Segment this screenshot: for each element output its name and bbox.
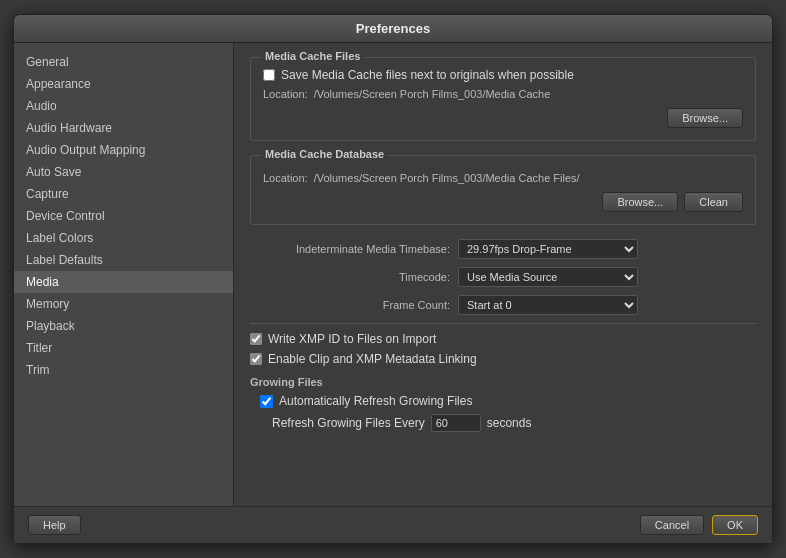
cache-files-browse-row: Browse... bbox=[263, 108, 743, 128]
dialog-footer: Help Cancel OK bbox=[14, 506, 772, 543]
cache-files-location-path: /Volumes/Screen Porch Films_003/Media Ca… bbox=[314, 88, 551, 100]
media-cache-files-label: Media Cache Files bbox=[261, 50, 364, 62]
cancel-button[interactable]: Cancel bbox=[640, 515, 704, 535]
sidebar-item-titler[interactable]: Titler bbox=[14, 337, 233, 359]
frame-count-select[interactable]: Start at 0Start at 1 bbox=[458, 295, 638, 315]
main-content: Media Cache Files Save Media Cache files… bbox=[234, 43, 772, 506]
frame-count-row: Frame Count: Start at 0Start at 1 bbox=[250, 295, 756, 315]
sidebar-item-memory[interactable]: Memory bbox=[14, 293, 233, 315]
growing-files-title: Growing Files bbox=[250, 376, 756, 388]
sidebar-item-auto-save[interactable]: Auto Save bbox=[14, 161, 233, 183]
refresh-seconds-input[interactable] bbox=[431, 414, 481, 432]
cache-db-location-label: Location: bbox=[263, 172, 308, 184]
sidebar-item-media[interactable]: Media bbox=[14, 271, 233, 293]
sidebar: GeneralAppearanceAudioAudio HardwareAudi… bbox=[14, 43, 234, 506]
dialog-title: Preferences bbox=[14, 15, 772, 43]
sidebar-item-label-colors[interactable]: Label Colors bbox=[14, 227, 233, 249]
sidebar-item-device-control[interactable]: Device Control bbox=[14, 205, 233, 227]
auto-refresh-row: Automatically Refresh Growing Files bbox=[250, 394, 756, 408]
sidebar-item-appearance[interactable]: Appearance bbox=[14, 73, 233, 95]
divider bbox=[250, 323, 756, 324]
cache-db-location-row: Location: /Volumes/Screen Porch Films_00… bbox=[263, 172, 743, 184]
refresh-seconds-label: seconds bbox=[487, 416, 532, 430]
save-cache-checkbox-row: Save Media Cache files next to originals… bbox=[263, 68, 743, 82]
sidebar-item-trim[interactable]: Trim bbox=[14, 359, 233, 381]
auto-refresh-checkbox[interactable] bbox=[260, 395, 273, 408]
write-xmp-checkbox[interactable] bbox=[250, 333, 262, 345]
media-cache-files-section: Media Cache Files Save Media Cache files… bbox=[250, 57, 756, 141]
media-cache-database-section: Media Cache Database Location: /Volumes/… bbox=[250, 155, 756, 225]
sidebar-item-label-defaults[interactable]: Label Defaults bbox=[14, 249, 233, 271]
sidebar-item-audio[interactable]: Audio bbox=[14, 95, 233, 117]
refresh-every-row: Refresh Growing Files Every seconds bbox=[250, 414, 756, 432]
timebase-row: Indeterminate Media Timebase: 23.976fps2… bbox=[250, 239, 756, 259]
cache-db-browse-clean-row: Browse... Clean bbox=[263, 192, 743, 212]
dialog-body: GeneralAppearanceAudioAudio HardwareAudi… bbox=[14, 43, 772, 506]
cache-files-browse-button[interactable]: Browse... bbox=[667, 108, 743, 128]
write-xmp-row: Write XMP ID to Files on Import bbox=[250, 332, 756, 346]
sidebar-item-general[interactable]: General bbox=[14, 51, 233, 73]
clip-xmp-row: Enable Clip and XMP Metadata Linking bbox=[250, 352, 756, 366]
sidebar-item-playback[interactable]: Playback bbox=[14, 315, 233, 337]
timecode-select[interactable]: Use Media Source00:00:00:00 bbox=[458, 267, 638, 287]
save-cache-label: Save Media Cache files next to originals… bbox=[281, 68, 574, 82]
timecode-row: Timecode: Use Media Source00:00:00:00 bbox=[250, 267, 756, 287]
write-xmp-label: Write XMP ID to Files on Import bbox=[268, 332, 436, 346]
preferences-dialog: Preferences GeneralAppearanceAudioAudio … bbox=[13, 14, 773, 544]
growing-files-section: Growing Files Automatically Refresh Grow… bbox=[250, 376, 756, 432]
sidebar-item-audio-hardware[interactable]: Audio Hardware bbox=[14, 117, 233, 139]
ok-button[interactable]: OK bbox=[712, 515, 758, 535]
cache-files-location-label: Location: bbox=[263, 88, 308, 100]
clip-xmp-checkbox[interactable] bbox=[250, 353, 262, 365]
footer-left: Help bbox=[28, 515, 632, 535]
cache-files-location-row: Location: /Volumes/Screen Porch Films_00… bbox=[263, 88, 743, 100]
refresh-every-label: Refresh Growing Files Every bbox=[272, 416, 425, 430]
auto-refresh-label: Automatically Refresh Growing Files bbox=[279, 394, 472, 408]
timecode-label: Timecode: bbox=[250, 271, 450, 283]
save-cache-checkbox[interactable] bbox=[263, 69, 275, 81]
timebase-select[interactable]: 23.976fps24fps25fps29.97fps Drop-Frame30… bbox=[458, 239, 638, 259]
clip-xmp-label: Enable Clip and XMP Metadata Linking bbox=[268, 352, 477, 366]
media-cache-database-label: Media Cache Database bbox=[261, 148, 388, 160]
sidebar-item-capture[interactable]: Capture bbox=[14, 183, 233, 205]
help-button[interactable]: Help bbox=[28, 515, 81, 535]
timebase-label: Indeterminate Media Timebase: bbox=[250, 243, 450, 255]
frame-count-label: Frame Count: bbox=[250, 299, 450, 311]
cache-db-clean-button[interactable]: Clean bbox=[684, 192, 743, 212]
sidebar-item-audio-output-mapping[interactable]: Audio Output Mapping bbox=[14, 139, 233, 161]
cache-db-location-path: /Volumes/Screen Porch Films_003/Media Ca… bbox=[314, 172, 580, 184]
cache-db-browse-button[interactable]: Browse... bbox=[602, 192, 678, 212]
